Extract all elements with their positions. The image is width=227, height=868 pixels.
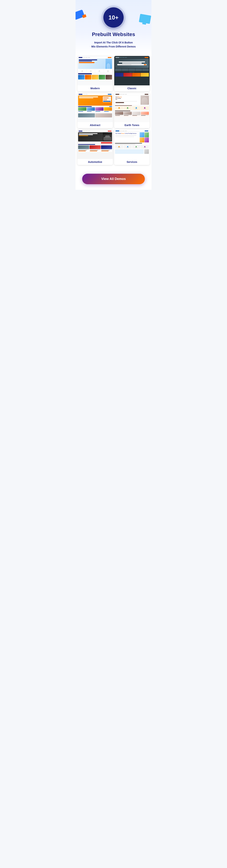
demo-card-automotive[interactable]: Automotive — [77, 129, 113, 165]
demo-row-3: Automotive — [77, 129, 150, 165]
demo-card-abstract[interactable]: Abstract — [77, 93, 113, 128]
demo-card-classic[interactable]: Discover more Classic — [114, 56, 150, 91]
demo-card-earth-tones[interactable]: Find What YouAre LookingFor! — [114, 93, 150, 128]
deco-blue-box-icon — [76, 9, 85, 20]
demo-card-services[interactable]: Your Trusted Partner To Find The Right S… — [114, 129, 150, 165]
hero-badge: 10+ — [103, 7, 124, 28]
demo-image-classic: Discover more — [114, 56, 150, 85]
demo-row-1: Modern — [77, 56, 150, 91]
demo-label-earth-tones: Earth Tones — [114, 122, 150, 128]
hero-subtitle-line1: Import At The Click Of A Button Mix Elem… — [79, 40, 148, 49]
hero-title: Prebuilt Websites — [79, 31, 148, 37]
demo-label-automotive: Automotive — [77, 159, 113, 165]
demo-image-modern — [77, 56, 113, 85]
demo-label-abstract: Abstract — [77, 122, 113, 128]
demo-grid: Modern — [76, 54, 151, 168]
demo-image-automotive — [77, 129, 113, 159]
deco-monitor-icon — [139, 14, 151, 24]
view-all-demos-button[interactable]: View All Demos — [82, 174, 145, 184]
demo-label-services: Services — [114, 159, 150, 165]
demo-row-2: Abstract — [77, 93, 150, 128]
demo-image-earth-tones: Find What YouAre LookingFor! — [114, 93, 150, 122]
cta-section: View All Demos — [76, 168, 151, 190]
hero-section: 10+ Prebuilt Websites Import At The Clic… — [76, 0, 151, 54]
demo-image-services: Your Trusted Partner To Find The Right S… — [114, 129, 150, 159]
demo-image-abstract — [77, 93, 113, 122]
demo-card-modern[interactable]: Modern — [77, 56, 113, 91]
hero-badge-text: 10+ — [109, 14, 118, 21]
demo-label-modern: Modern — [77, 85, 113, 91]
demo-label-classic: Classic — [114, 85, 150, 91]
